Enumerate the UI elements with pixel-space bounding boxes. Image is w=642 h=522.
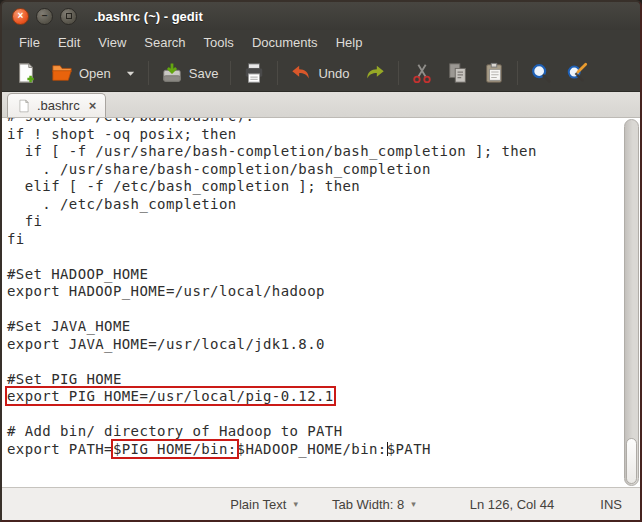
- toolbar-separator: [277, 61, 278, 85]
- copy-icon: [447, 62, 469, 84]
- undo-icon: [290, 62, 312, 84]
- code-line: . /usr/share/bash-completion/bash_comple…: [7, 161, 640, 179]
- menu-view[interactable]: View: [89, 32, 135, 53]
- code-text: . /usr/share/bash-completion/bash_comple…: [7, 161, 431, 177]
- code-text: #Set PIG_HOME: [7, 371, 122, 387]
- tab-label: .bashrc: [37, 98, 80, 113]
- cut-icon: [411, 62, 433, 84]
- redo-icon: [364, 62, 386, 84]
- undo-label: Undo: [318, 66, 349, 81]
- open-button[interactable]: Open: [44, 58, 118, 88]
- tab-bashrc[interactable]: .bashrc ×: [7, 93, 106, 117]
- code-text: $HADOOP_HOME/bin:: [237, 441, 387, 457]
- code-line: . /etc/bash_completion: [7, 196, 640, 214]
- text-editor-area[interactable]: # sources /etc/bash.bashrc).if ! shopt -…: [2, 118, 640, 487]
- code-text: if ! shopt -oq posix; then: [7, 126, 237, 142]
- toolbar-separator: [230, 61, 231, 85]
- code-line: export JAVA_HOME=/usr/local/jdk1.8.0: [7, 336, 640, 354]
- menu-bar: FileEditViewSearchToolsDocumentsHelp: [2, 30, 640, 55]
- code-text: fi: [7, 213, 42, 229]
- vertical-scrollbar: [624, 119, 639, 486]
- menu-documents[interactable]: Documents: [243, 32, 327, 53]
- toolbar-separator: [398, 61, 399, 85]
- title-bar: × – .bashrc (~) - gedit: [2, 2, 640, 30]
- window-title: .bashrc (~) - gedit: [94, 9, 203, 24]
- code-text: #Set HADOOP_HOME: [7, 266, 148, 282]
- language-label: Plain Text: [230, 497, 286, 512]
- code-text: $PATH: [387, 441, 431, 457]
- open-label: Open: [79, 66, 111, 81]
- code-text: # sources /etc/bash.bashrc).: [7, 118, 254, 124]
- code-text: export HADOOP_HOME=/usr/local/hadoop: [7, 283, 325, 299]
- code-content: # sources /etc/bash.bashrc).if ! shopt -…: [2, 118, 640, 458]
- open-menu-button[interactable]: [118, 64, 143, 83]
- tab-bar: .bashrc ×: [2, 92, 640, 118]
- close-icon: ×: [18, 11, 24, 21]
- find-icon: [530, 62, 552, 84]
- menu-help[interactable]: Help: [327, 32, 372, 53]
- minimize-icon: –: [42, 11, 48, 21]
- tab-width-selector[interactable]: Tab Width: 8 ▾: [326, 494, 422, 515]
- code-text: elif [ -f /etc/bash_completion ]; then: [7, 178, 360, 194]
- code-line: # Add bin/ directory of Hadoop to PATH: [7, 423, 640, 441]
- toolbar-separator: [148, 61, 149, 85]
- code-line: export PATH=$PIG_HOME/bin:$HADOOP_HOME/b…: [7, 441, 640, 459]
- code-text: fi: [7, 231, 25, 247]
- save-label: Save: [189, 66, 219, 81]
- code-line: fi: [7, 231, 640, 249]
- cursor-position: Ln 126, Col 44: [470, 497, 555, 512]
- cut-button[interactable]: [404, 58, 440, 88]
- new-button[interactable]: [8, 58, 44, 88]
- tab-width-label: Tab Width: 8: [332, 497, 404, 512]
- code-line: [7, 406, 640, 424]
- paste-button[interactable]: [476, 58, 512, 88]
- undo-button[interactable]: Undo: [283, 58, 356, 88]
- code-text: # Add bin/ directory of Hadoop to PATH: [7, 423, 343, 439]
- copy-button[interactable]: [440, 58, 476, 88]
- status-bar: Plain Text ▾ Tab Width: 8 ▾ Ln 126, Col …: [2, 487, 640, 520]
- code-line: #Set HADOOP_HOME: [7, 266, 640, 284]
- code-text: export JAVA_HOME=/usr/local/jdk1.8.0: [7, 336, 325, 352]
- code-text: export PATH=: [7, 441, 113, 457]
- document-icon: [17, 99, 31, 113]
- toolbar-separator: [517, 61, 518, 85]
- replace-button[interactable]: [559, 58, 595, 88]
- code-line: # sources /etc/bash.bashrc).: [7, 118, 640, 126]
- menu-file[interactable]: File: [10, 32, 49, 53]
- code-text: #Set JAVA_HOME: [7, 318, 131, 334]
- chevron-down-icon: ▾: [293, 499, 298, 509]
- close-button[interactable]: ×: [12, 8, 29, 25]
- print-icon: [243, 62, 265, 84]
- menu-edit[interactable]: Edit: [49, 32, 89, 53]
- code-line: fi: [7, 213, 640, 231]
- toolbar: OpenSaveUndo: [2, 55, 640, 92]
- tab-close-icon[interactable]: ×: [89, 99, 97, 112]
- chevron-down-icon: [125, 68, 136, 79]
- open-folder-icon: [51, 62, 73, 84]
- replace-icon: [566, 62, 588, 84]
- save-button[interactable]: Save: [154, 58, 226, 88]
- minimize-button[interactable]: –: [36, 8, 53, 25]
- maximize-icon: [66, 13, 72, 19]
- save-icon: [161, 62, 183, 84]
- annotation-box: $PIG_HOME/bin:: [113, 441, 237, 457]
- code-line: [7, 248, 640, 266]
- annotation-box: export PIG_HOME=/usr/local/pig-0.12.1: [7, 388, 334, 404]
- code-line: export PIG_HOME=/usr/local/pig-0.12.1: [7, 388, 640, 406]
- menu-search[interactable]: Search: [135, 32, 194, 53]
- gedit-window: × – .bashrc (~) - gedit FileEditViewSear…: [0, 0, 642, 522]
- code-line: if [ -f /usr/share/bash-completion/bash_…: [7, 143, 640, 161]
- scrollbar-thumb[interactable]: [626, 438, 637, 484]
- print-button[interactable]: [236, 58, 272, 88]
- code-line: [7, 301, 640, 319]
- maximize-button[interactable]: [60, 8, 77, 25]
- code-line: if ! shopt -oq posix; then: [7, 126, 640, 144]
- code-line: #Set JAVA_HOME: [7, 318, 640, 336]
- find-button[interactable]: [523, 58, 559, 88]
- redo-button[interactable]: [357, 58, 393, 88]
- chevron-down-icon: ▾: [411, 499, 416, 509]
- menu-tools[interactable]: Tools: [195, 32, 243, 53]
- paste-icon: [483, 62, 505, 84]
- language-selector[interactable]: Plain Text ▾: [224, 494, 304, 515]
- code-text: if [ -f /usr/share/bash-completion/bash_…: [7, 143, 537, 159]
